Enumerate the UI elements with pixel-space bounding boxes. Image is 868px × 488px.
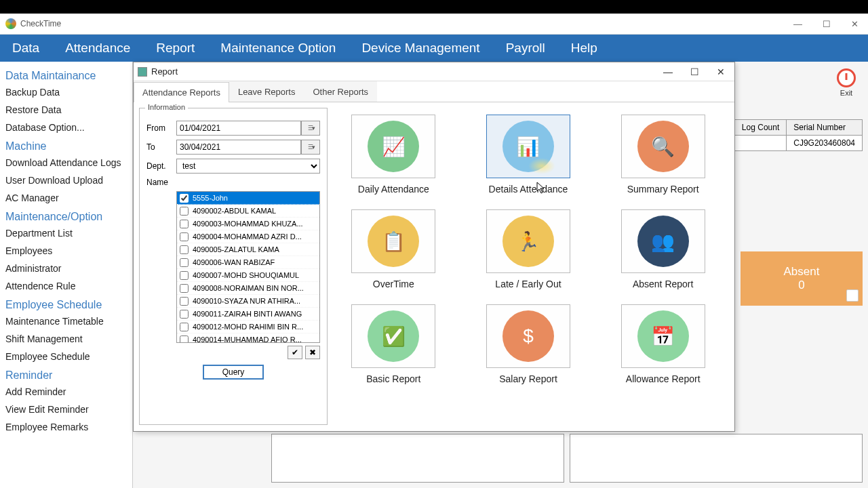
name-list[interactable]: 5555-John4090002-ABDUL KAMAL4090003-MOHA… [176, 191, 320, 343]
name-checkbox[interactable] [180, 271, 189, 280]
to-date-input[interactable] [176, 140, 301, 155]
name-list-row[interactable]: 5555-John [177, 192, 319, 205]
from-date-dropdown-icon[interactable] [301, 121, 320, 136]
menu-item[interactable]: Help [564, 37, 604, 60]
name-checkbox[interactable] [180, 258, 189, 267]
name-label-text: 4090007-MOHD SHOUQIAMUL [193, 271, 299, 279]
sidebar-item[interactable]: Maintenance Timetable [5, 312, 127, 330]
name-list-row[interactable]: 4090010-SYAZA NUR ATHIRA... [177, 295, 319, 308]
name-checkbox[interactable] [180, 232, 189, 241]
sidebar-item[interactable]: Employee Remarks [5, 418, 127, 436]
menu-item[interactable]: Device Management [355, 37, 486, 60]
menu-item[interactable]: Data [5, 37, 46, 60]
name-list-row[interactable]: 4090011-ZAIRAH BINTI AWANG [177, 308, 319, 321]
sidebar-item[interactable]: Backup Data [5, 83, 127, 101]
name-checkbox[interactable] [180, 284, 189, 293]
menu-item[interactable]: Maintenance Option [214, 37, 342, 60]
report-tab[interactable]: Attendance Reports [134, 82, 229, 102]
name-list-row[interactable]: 4090004-MOHAMMAD AZRI D... [177, 230, 319, 243]
absent-card: Absent 0 [741, 251, 863, 306]
menu-item[interactable]: Attendance [58, 37, 137, 60]
name-checkbox[interactable] [180, 207, 189, 216]
report-tile[interactable]: 🏃Late / Early Out [475, 209, 583, 289]
refresh-icon[interactable] [846, 289, 859, 302]
from-label: From [146, 123, 176, 133]
dept-select[interactable]: test [176, 159, 320, 174]
name-checkbox[interactable] [180, 336, 189, 343]
report-tile[interactable]: 📊Details Attendance [475, 115, 583, 195]
name-label-text: 4090014-MUHAMMAD AFIQ R... [193, 336, 302, 342]
name-list-row[interactable]: 4090014-MUHAMMAD AFIQ R... [177, 333, 319, 342]
name-checkbox[interactable] [180, 245, 189, 254]
name-list-row[interactable]: 4090005-ZALATUL KAMA [177, 243, 319, 256]
bottom-pane-left [271, 434, 564, 483]
serial-cell: CJ9G203460804 [787, 136, 862, 150]
modal-maximize-button[interactable]: ☐ [685, 65, 705, 79]
name-label-text: 4090005-ZALATUL KAMA [193, 245, 279, 253]
name-list-row[interactable]: 4090002-ABDUL KAMAL [177, 205, 319, 218]
name-list-row[interactable]: 4090003-MOHAMMAD KHUZA... [177, 218, 319, 230]
power-icon [837, 68, 856, 87]
sidebar-item[interactable]: View Edit Reminder [5, 401, 127, 418]
sidebar: Data MaintainanceBackup DataRestore Data… [0, 62, 133, 488]
report-tile[interactable]: $Salary Report [475, 304, 583, 384]
report-tile[interactable]: 🔍Summary Report [609, 115, 717, 195]
menu-item[interactable]: Report [149, 37, 201, 60]
sidebar-item[interactable]: Download Attendance Logs [5, 154, 127, 171]
report-tile[interactable]: 📅Allowance Report [609, 304, 717, 384]
confirm-list-button[interactable]: ✔ [288, 346, 302, 359]
serial-header: Serial Number [787, 120, 862, 136]
modal-close-button[interactable]: ✕ [711, 65, 730, 79]
report-tile-label: Late / Early Out [475, 279, 583, 289]
report-glyph-icon: 🏃 [502, 216, 554, 267]
sidebar-item[interactable]: Restore Data [5, 101, 127, 119]
report-tile[interactable]: 📋OverTime [340, 209, 448, 289]
report-tile-label: Summary Report [609, 184, 717, 195]
report-tile[interactable]: ✅Basic Report [340, 304, 448, 384]
sidebar-heading: Maintenance/Option [5, 207, 127, 224]
sidebar-item[interactable]: Shift Management [5, 330, 127, 348]
name-list-row[interactable]: 4090006-WAN RABIZAF [177, 256, 319, 269]
name-checkbox[interactable] [180, 310, 189, 319]
report-glyph-icon: 📋 [368, 216, 419, 267]
report-tile-label: OverTime [340, 279, 448, 289]
name-checkbox[interactable] [180, 194, 189, 203]
report-tab[interactable]: Leave Reports [229, 81, 304, 102]
menu-item[interactable]: Payroll [499, 37, 552, 60]
name-list-row[interactable]: 4090007-MOHD SHOUQIAMUL [177, 269, 319, 282]
name-checkbox[interactable] [180, 323, 189, 331]
sidebar-item[interactable]: Department List [5, 224, 127, 242]
sidebar-item[interactable]: Add Reminder [5, 383, 127, 401]
cancel-list-button[interactable]: ✖ [305, 346, 320, 359]
sidebar-item[interactable]: Employee Schedule [5, 348, 127, 365]
sidebar-item[interactable]: Administrator [5, 260, 127, 277]
name-list-row[interactable]: 4090008-NORAIMAN BIN NOR... [177, 282, 319, 295]
query-button[interactable]: Query [203, 365, 264, 380]
name-checkbox[interactable] [180, 220, 189, 228]
sidebar-item[interactable]: Attendence Rule [5, 277, 127, 295]
report-tab[interactable]: Other Reports [304, 81, 377, 102]
device-table: Log Count Serial Number CJ9G203460804 [734, 119, 863, 151]
to-date-dropdown-icon[interactable] [301, 140, 320, 155]
sidebar-item[interactable]: AC Manager [5, 189, 127, 207]
name-list-row[interactable]: 4090012-MOHD RAHIMI BIN R... [177, 321, 319, 333]
name-label-text: 4090003-MOHAMMAD KHUZA... [193, 220, 303, 228]
menubar: DataAttendanceReportMaintenance OptionDe… [0, 35, 868, 62]
exit-button[interactable]: Exit [837, 68, 856, 97]
bottom-pane-right [570, 434, 863, 483]
report-tile-icon: $ [486, 304, 570, 368]
sidebar-item[interactable]: Employees [5, 242, 127, 260]
from-date-input[interactable] [176, 121, 301, 136]
report-tile[interactable]: 👥Absent Report [609, 209, 717, 289]
sidebar-item[interactable]: Database Option... [5, 119, 127, 136]
report-tile-icon: 📋 [351, 209, 435, 273]
window-close-button[interactable]: ✕ [847, 18, 863, 30]
name-checkbox[interactable] [180, 297, 189, 306]
window-maximize-button[interactable]: ☐ [818, 18, 835, 30]
report-tile-label: Allowance Report [609, 373, 717, 384]
sidebar-item[interactable]: User Download Upload [5, 171, 127, 189]
modal-minimize-button[interactable]: ― [658, 65, 678, 79]
report-tile[interactable]: 📈Daily Attendance [340, 115, 448, 195]
window-minimize-button[interactable]: ― [789, 18, 806, 30]
report-tile-icon: 🏃 [486, 209, 570, 273]
